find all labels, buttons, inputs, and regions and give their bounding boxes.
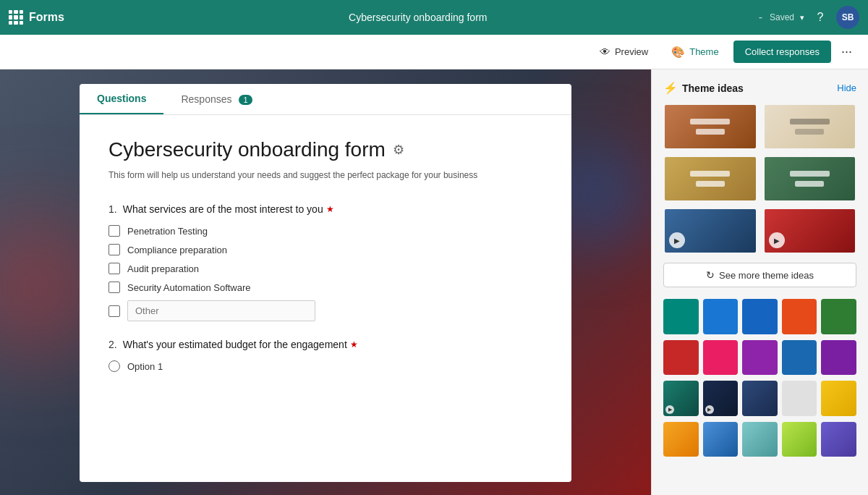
thumb-bars-1: [690, 117, 730, 136]
video-thumb-1[interactable]: ▶: [663, 381, 699, 416]
label-penetration-testing: Penetration Testing: [127, 226, 208, 237]
theme-thumb-2[interactable]: [763, 103, 857, 150]
form-heading: Cybersecurity onboarding form ⚙: [109, 138, 542, 161]
theme-label: Theme: [689, 46, 718, 57]
question-1-block: 1. What services are of the most interes…: [109, 203, 542, 321]
topbar-right: ? SB: [810, 6, 859, 29]
required-star-1: ★: [326, 204, 334, 214]
color-swatch-violet[interactable]: [821, 340, 856, 376]
play-icon-6: ▶: [769, 232, 785, 248]
preview-label: Preview: [615, 46, 648, 57]
other-input[interactable]: [127, 300, 315, 321]
video-thumb-3[interactable]: [742, 381, 778, 416]
preview-button[interactable]: 👁 Preview: [591, 41, 657, 62]
option-1-radio: Option 1: [109, 360, 542, 372]
checkbox-other[interactable]: [109, 305, 120, 317]
color-palette-row2: [663, 340, 856, 376]
label-compliance-preparation: Compliance preparation: [127, 245, 227, 255]
theme-thumbnails: ▶ ▶: [663, 103, 856, 254]
checkbox-compliance-preparation[interactable]: [109, 244, 120, 255]
hide-button[interactable]: Hide: [837, 82, 856, 93]
form-area: Questions Responses 1 Cybersecurity onbo…: [0, 69, 651, 495]
collect-responses-button[interactable]: Collect responses: [733, 41, 831, 63]
form-description: This form will help us understand your n…: [109, 170, 542, 180]
topbar: Forms Cybersecurity onboarding form - Sa…: [0, 0, 868, 35]
theme-thumb-6[interactable]: ▶: [763, 208, 857, 254]
video-thumb-8[interactable]: [742, 422, 778, 457]
thumb-bars-4: [790, 169, 830, 188]
questions-tab-label: Questions: [97, 93, 146, 104]
toolbar: 👁 Preview 🎨 Theme Collect responses ···: [0, 35, 868, 69]
question-2-text: What's your estimated budget for the eng…: [123, 339, 347, 350]
option-penetration-testing: Penetration Testing: [109, 225, 542, 237]
label-audit-preparation: Audit preparation: [127, 263, 199, 274]
color-swatch-navy[interactable]: [782, 340, 817, 376]
panel-title-row: ⚡ Theme ideas: [663, 81, 744, 95]
see-more-label: See more theme ideas: [719, 270, 814, 281]
question-1-number: 1.: [109, 203, 117, 215]
question-1-label: 1. What services are of the most interes…: [109, 203, 542, 215]
video-thumb-row1: ▶ ▶: [663, 381, 856, 416]
color-swatch-teal[interactable]: [663, 299, 699, 334]
question-2-number: 2.: [109, 339, 117, 350]
apps-menu-button[interactable]: [9, 10, 23, 25]
option-security-automation: Security Automation Software: [109, 282, 542, 293]
theme-thumb-5[interactable]: ▶: [663, 208, 757, 254]
settings-icon[interactable]: ⚙: [393, 142, 404, 158]
avatar[interactable]: SB: [836, 6, 859, 29]
form-content: Cybersecurity onboarding form ⚙ This for…: [80, 115, 571, 412]
color-swatch-purple[interactable]: [742, 340, 778, 376]
grid-icon: [9, 10, 23, 25]
form-card: Questions Responses 1 Cybersecurity onbo…: [80, 84, 571, 482]
form-tabs: Questions Responses 1: [80, 84, 571, 115]
color-swatch-pink[interactable]: [703, 340, 739, 376]
tab-responses[interactable]: Responses 1: [163, 84, 269, 114]
video-thumb-10[interactable]: [821, 422, 856, 457]
see-more-themes-button[interactable]: ↻ See more theme ideas: [663, 263, 856, 287]
video-play-2: ▶: [705, 405, 714, 414]
main-layout: Questions Responses 1 Cybersecurity onbo…: [0, 69, 868, 495]
required-star-2: ★: [350, 339, 358, 350]
color-swatch-green[interactable]: [821, 299, 856, 334]
lightning-icon: ⚡: [663, 81, 678, 95]
app-name[interactable]: Forms: [29, 11, 64, 24]
more-button[interactable]: ···: [837, 40, 856, 64]
video-thumb-7[interactable]: [703, 422, 739, 457]
panel-header: ⚡ Theme ideas Hide: [663, 81, 856, 95]
separator: -: [759, 11, 762, 24]
theme-thumb-1[interactable]: [663, 103, 757, 150]
video-thumb-9[interactable]: [782, 422, 817, 457]
collect-responses-label: Collect responses: [745, 46, 820, 57]
color-palette-row1: [663, 299, 856, 334]
refresh-icon: ↻: [706, 269, 715, 281]
video-play-1: ▶: [665, 405, 674, 414]
help-button[interactable]: ?: [810, 7, 830, 28]
thumb-bars-2: [790, 117, 830, 136]
theme-thumb-4[interactable]: [763, 156, 857, 202]
question-1-text: What services are of the most interest t…: [123, 203, 323, 215]
tab-questions[interactable]: Questions: [80, 84, 163, 114]
title-chevron-icon[interactable]: ▾: [800, 13, 804, 22]
color-swatch-orange[interactable]: [782, 299, 817, 334]
panel-title: Theme ideas: [682, 82, 744, 94]
color-swatch-dark-blue[interactable]: [742, 299, 778, 334]
saved-status: Saved: [770, 12, 794, 22]
video-thumb-5[interactable]: [821, 381, 856, 416]
option-audit-preparation: Audit preparation: [109, 263, 542, 274]
radio-option-1[interactable]: [109, 360, 120, 372]
eye-icon: 👁: [600, 46, 610, 58]
theme-button[interactable]: 🎨 Theme: [663, 41, 727, 63]
video-thumb-4[interactable]: [782, 381, 817, 416]
option-compliance-preparation: Compliance preparation: [109, 244, 542, 255]
checkbox-audit-preparation[interactable]: [109, 263, 120, 274]
play-icon-5: ▶: [669, 232, 685, 248]
color-swatch-blue[interactable]: [703, 299, 739, 334]
video-thumb-2[interactable]: ▶: [703, 381, 739, 416]
video-thumb-6[interactable]: [663, 422, 699, 457]
checkbox-penetration-testing[interactable]: [109, 225, 120, 237]
color-swatch-crimson[interactable]: [663, 340, 699, 376]
theme-thumb-3[interactable]: [663, 156, 757, 202]
responses-tab-label: Responses: [181, 93, 231, 105]
label-option-1: Option 1: [127, 361, 163, 372]
checkbox-security-automation[interactable]: [109, 282, 120, 293]
